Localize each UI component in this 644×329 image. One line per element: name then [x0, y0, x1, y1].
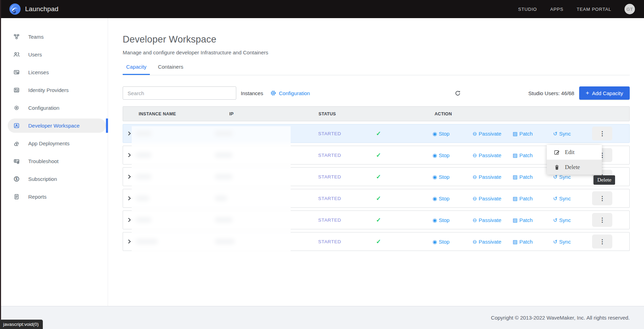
tab-capacity[interactable]: Capacity: [123, 64, 150, 75]
kebab-menu-button[interactable]: ⋮: [592, 191, 612, 205]
sidebar-item-users[interactable]: Users: [0, 46, 106, 63]
instances-label: Instances: [241, 90, 263, 96]
sync-button[interactable]: ↺Sync: [553, 239, 571, 245]
sidebar-item-label: Configuration: [28, 105, 59, 111]
patch-icon: ▨: [513, 131, 518, 136]
passivate-button[interactable]: ⊖Passivate: [473, 174, 501, 180]
patch-icon: ▨: [513, 153, 518, 158]
stop-button[interactable]: ◉Stop: [432, 239, 450, 245]
passivate-icon: ⊖: [473, 239, 477, 244]
add-capacity-button[interactable]: + Add Capacity: [579, 86, 630, 100]
stop-button[interactable]: ◉Stop: [432, 152, 450, 158]
sync-button[interactable]: ↺Sync: [553, 131, 571, 137]
stop-icon: ◉: [432, 196, 437, 201]
sidebar-item-licenses[interactable]: Licenses: [0, 63, 106, 81]
sidebar-item-developer-workspace[interactable]: Developer Workspace: [8, 118, 106, 133]
patch-button[interactable]: ▨Patch: [513, 131, 533, 137]
expand-chevron-icon[interactable]: [127, 239, 132, 244]
sidebar-item-configuration[interactable]: Configuration: [0, 99, 106, 117]
sidebar-item-troubleshoot[interactable]: Troubleshoot: [0, 152, 106, 170]
stop-button[interactable]: ◉Stop: [432, 131, 450, 137]
sync-label: Sync: [559, 174, 571, 180]
reports-icon: [13, 193, 20, 200]
refresh-icon[interactable]: [454, 89, 461, 97]
row-ellipsis: ..: [132, 238, 135, 242]
passivate-button[interactable]: ⊖Passivate: [473, 239, 501, 245]
sync-button[interactable]: ↺Sync: [553, 217, 571, 223]
sync-button[interactable]: ↺Sync: [553, 174, 571, 180]
patch-button[interactable]: ▨Patch: [513, 152, 533, 158]
search-input[interactable]: [123, 86, 236, 100]
patch-button[interactable]: ▨Patch: [513, 239, 533, 245]
instance-name-redacted: [136, 152, 152, 158]
toolbar: Instances Configuration Studio Users: 46…: [123, 86, 630, 100]
stop-icon: ◉: [432, 239, 437, 244]
nav-link-studio[interactable]: STUDIO: [518, 7, 537, 12]
table-row[interactable]: .. STARTED ✓ ◉Stop ⊖Passivate ▨Patch ↺Sy…: [123, 211, 630, 229]
passivate-icon: ⊖: [473, 153, 477, 158]
menu-item-edit[interactable]: Edit: [547, 145, 602, 160]
patch-label: Patch: [519, 152, 532, 158]
kebab-menu-button[interactable]: ⋮: [592, 127, 612, 140]
sync-label: Sync: [559, 196, 571, 201]
nav-link-team-portal[interactable]: TEAM PORTAL: [577, 7, 611, 12]
expand-chevron-icon[interactable]: [127, 153, 132, 158]
nav-link-apps[interactable]: APPS: [550, 7, 564, 12]
expand-chevron-icon[interactable]: [127, 131, 132, 136]
menu-item-edit-label: Edit: [565, 149, 575, 156]
stop-button[interactable]: ◉Stop: [432, 217, 450, 223]
patch-button[interactable]: ▨Patch: [513, 174, 533, 180]
app-deployments-icon: [13, 140, 20, 147]
instance-name-redacted: [136, 131, 152, 136]
kebab-menu-button[interactable]: ⋮: [592, 213, 612, 227]
trash-icon: [554, 164, 560, 170]
row-ellipsis: ..: [132, 216, 135, 221]
sidebar-item-label: Identity Providers: [28, 87, 69, 93]
sidebar-item-app-deployments[interactable]: App Deployments: [0, 135, 106, 152]
kebab-menu-button[interactable]: ⋮: [592, 235, 612, 248]
passivate-button[interactable]: ⊖Passivate: [473, 217, 501, 223]
stop-button[interactable]: ◉Stop: [432, 174, 450, 180]
table-row[interactable]: .. STARTED ✓ ◉Stop ⊖Passivate ▨Patch ↺Sy…: [123, 124, 630, 143]
passivate-label: Passivate: [479, 196, 501, 201]
status-badge: STARTED: [318, 153, 341, 158]
tab-containers[interactable]: Containers: [154, 64, 187, 75]
patch-icon: ▨: [513, 196, 518, 201]
sidebar-item-label: App Deployments: [28, 140, 69, 146]
studio-users-count: Studio Users: 46/68: [528, 90, 574, 96]
configuration-link-label: Configuration: [279, 90, 310, 96]
user-avatar[interactable]: GT: [624, 4, 635, 14]
expand-chevron-icon[interactable]: [127, 196, 132, 201]
sync-icon: ↺: [553, 217, 558, 223]
stop-icon: ◉: [432, 131, 437, 136]
sidebar-item-identity-providers[interactable]: Identity Providers: [0, 81, 106, 99]
sync-button[interactable]: ↺Sync: [553, 196, 571, 201]
passivate-button[interactable]: ⊖Passivate: [473, 131, 501, 137]
menu-item-delete[interactable]: Delete: [547, 160, 602, 175]
licenses-icon: [13, 69, 20, 76]
expand-chevron-icon[interactable]: [127, 217, 132, 222]
sidebar-item-label: Teams: [28, 34, 44, 40]
passivate-button[interactable]: ⊖Passivate: [473, 196, 501, 201]
configuration-link[interactable]: Configuration: [270, 90, 310, 96]
row-ellipsis: ..: [132, 152, 135, 156]
brand[interactable]: Launchpad: [9, 3, 59, 15]
table-row[interactable]: .. STARTED ✓ ◉Stop ⊖Passivate ▨Patch ↺Sy…: [123, 232, 630, 251]
patch-button[interactable]: ▨Patch: [513, 217, 533, 223]
sidebar-item-teams[interactable]: Teams: [0, 28, 106, 46]
capacity-table: INSTANCE NAME IP STATUS ACTION .. STARTE…: [123, 106, 630, 251]
stop-button[interactable]: ◉Stop: [432, 196, 450, 201]
teams-icon: [13, 33, 20, 40]
patch-button[interactable]: ▨Patch: [513, 196, 533, 201]
table-row[interactable]: .. STARTED ✓ ◉Stop ⊖Passivate ▨Patch ↺Sy…: [123, 189, 630, 208]
patch-label: Patch: [519, 174, 532, 180]
sidebar: Teams Users Licenses Identity Providers …: [0, 18, 108, 306]
configuration-icon: [13, 105, 20, 111]
sidebar-item-label: Troubleshoot: [28, 158, 59, 164]
sidebar-item-subscription[interactable]: $ Subscription: [0, 170, 106, 188]
passivate-button[interactable]: ⊖Passivate: [473, 152, 501, 158]
gear-icon: [270, 90, 276, 96]
passivate-label: Passivate: [479, 217, 501, 223]
expand-chevron-icon[interactable]: [127, 174, 132, 179]
sidebar-item-reports[interactable]: Reports: [0, 188, 106, 206]
